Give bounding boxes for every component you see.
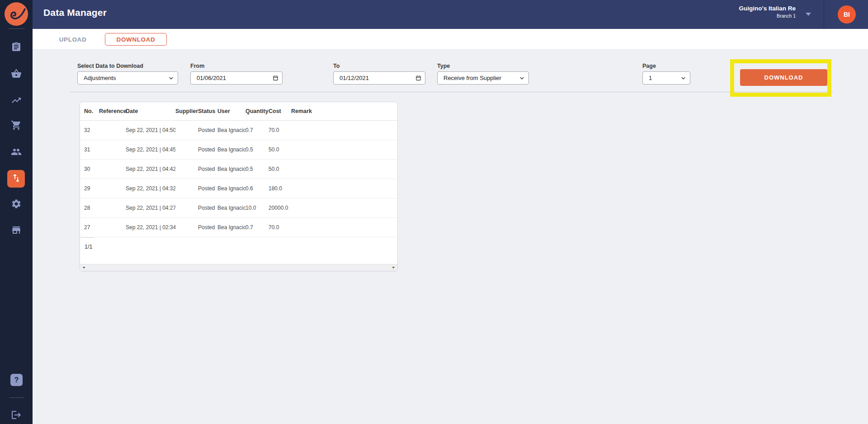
table-cell: 180.0 bbox=[269, 179, 291, 198]
table-cell: Sep 22, 2021 | 04:50 PM bbox=[126, 120, 175, 140]
table-cell bbox=[291, 198, 397, 217]
sidebar-item-logout[interactable] bbox=[11, 410, 22, 420]
table-cell bbox=[291, 159, 397, 179]
table-cell: 0.5 bbox=[245, 159, 269, 179]
sidebar-item-reports[interactable] bbox=[11, 95, 22, 106]
trending-up-icon bbox=[11, 95, 22, 106]
sidebar-item-settings[interactable] bbox=[11, 198, 22, 209]
tab-download[interactable]: DOWNLOAD bbox=[105, 33, 167, 46]
divider bbox=[824, 0, 824, 29]
column-header: Supplier bbox=[175, 102, 198, 120]
table-cell: 70.0 bbox=[269, 217, 291, 237]
top-header: Data Manager Guigino's Italian Re Branch… bbox=[33, 0, 868, 29]
table-row: 31Sep 22, 2021 | 04:45 PMPostedBea Ignac… bbox=[80, 140, 397, 159]
to-label: To bbox=[333, 63, 425, 69]
divider bbox=[9, 397, 24, 398]
store-icon bbox=[11, 225, 22, 236]
from-label: From bbox=[190, 63, 283, 69]
table-cell: 10.0 bbox=[245, 198, 269, 217]
data-type-label: Select Data to Download bbox=[77, 63, 178, 69]
page-title: Data Manager bbox=[43, 7, 107, 18]
column-header: Quantity bbox=[245, 102, 269, 120]
table-cell bbox=[99, 120, 126, 140]
table-cell bbox=[99, 198, 126, 217]
table-cell: 0.7 bbox=[245, 120, 269, 140]
sidebar-item-purchases[interactable] bbox=[11, 120, 22, 131]
data-type-select[interactable]: Adjustments bbox=[77, 71, 178, 85]
tab-bar: UPLOAD DOWNLOAD bbox=[33, 29, 868, 50]
table-cell: 30 bbox=[80, 159, 99, 179]
sidebar: ? bbox=[0, 0, 33, 424]
sidebar-item-store[interactable] bbox=[11, 225, 22, 236]
table-cell: Posted bbox=[198, 198, 217, 217]
horizontal-scrollbar[interactable]: ◄ ► bbox=[80, 264, 397, 271]
table-cell: Sep 22, 2021 | 02:34 PM bbox=[126, 217, 175, 237]
sidebar-item-help[interactable]: ? bbox=[10, 374, 23, 386]
table-cell: 29 bbox=[80, 179, 99, 198]
table-cell: Sep 22, 2021 | 04:32 PM bbox=[126, 179, 175, 198]
table-row: 29Sep 22, 2021 | 04:32 PMPostedBea Ignac… bbox=[80, 179, 397, 198]
table-cell: 50.0 bbox=[269, 159, 291, 179]
scroll-left-icon[interactable]: ◄ bbox=[82, 266, 85, 269]
settings-icon bbox=[11, 198, 22, 209]
logout-icon bbox=[11, 410, 22, 420]
table-cell: Posted bbox=[198, 120, 217, 140]
table-cell bbox=[291, 120, 397, 140]
table-cell: Bea Ignacio bbox=[217, 179, 245, 198]
basket-icon bbox=[11, 68, 22, 79]
company-selector[interactable]: Guigino's Italian Re Branch 1 bbox=[723, 5, 796, 19]
table-row: 30Sep 22, 2021 | 04:42 PMPostedBea Ignac… bbox=[80, 159, 397, 179]
cart-icon bbox=[11, 120, 22, 131]
table-cell: 50.0 bbox=[269, 140, 291, 159]
table-cell bbox=[175, 198, 198, 217]
avatar[interactable]: BI bbox=[838, 5, 856, 24]
filter-group-page: Page 1 bbox=[642, 63, 690, 85]
results-table: No. Reference Date Supplier Status User … bbox=[80, 102, 397, 237]
sidebar-item-basket[interactable] bbox=[11, 68, 22, 79]
table-cell: 31 bbox=[80, 140, 99, 159]
table-cell bbox=[175, 120, 198, 140]
table-cell: 20000.0 bbox=[269, 198, 291, 217]
table-row: 28Sep 22, 2021 | 04:27 PMPostedBea Ignac… bbox=[80, 198, 397, 217]
sidebar-item-clipboard[interactable] bbox=[11, 42, 22, 52]
from-date-input[interactable] bbox=[190, 71, 283, 85]
column-header: Date bbox=[126, 102, 175, 120]
table-cell bbox=[99, 140, 126, 159]
download-button[interactable]: DOWNLOAD bbox=[740, 69, 827, 86]
page-select[interactable]: 1 bbox=[642, 71, 690, 85]
sidebar-item-data-manager[interactable] bbox=[7, 170, 25, 188]
table-cell bbox=[99, 179, 126, 198]
table-row: 32Sep 22, 2021 | 04:50 PMPostedBea Ignac… bbox=[80, 120, 397, 140]
table-cell: Sep 22, 2021 | 04:27 PM bbox=[126, 198, 175, 217]
clipboard-icon bbox=[11, 42, 22, 52]
table-cell: Bea Ignacio bbox=[217, 140, 245, 159]
table-cell bbox=[99, 159, 126, 179]
page-label: Page bbox=[642, 63, 690, 69]
results-table-card: No. Reference Date Supplier Status User … bbox=[80, 102, 398, 271]
table-cell: 0.7 bbox=[245, 217, 269, 237]
table-cell bbox=[175, 217, 198, 237]
divider bbox=[8, 28, 25, 29]
table-cell: Posted bbox=[198, 217, 217, 237]
table-cell: Sep 22, 2021 | 04:42 PM bbox=[126, 159, 175, 179]
column-header: Remark bbox=[291, 102, 397, 120]
table-cell: Bea Ignacio bbox=[217, 217, 245, 237]
filter-group-type: Type Receive from Supplier bbox=[437, 63, 529, 85]
to-date-input[interactable] bbox=[333, 71, 425, 85]
scroll-right-icon[interactable]: ► bbox=[392, 266, 396, 269]
table-cell bbox=[291, 140, 397, 159]
table-cell: 70.0 bbox=[269, 120, 291, 140]
table-cell: Bea Ignacio bbox=[217, 198, 245, 217]
tab-upload[interactable]: UPLOAD bbox=[48, 29, 98, 50]
sidebar-item-users[interactable] bbox=[11, 146, 22, 157]
table-cell: 32 bbox=[80, 120, 99, 140]
column-header: Status bbox=[198, 102, 217, 120]
divider bbox=[70, 92, 833, 92]
type-label: Type bbox=[437, 63, 529, 69]
table-cell: Posted bbox=[198, 159, 217, 179]
data-manager-icon bbox=[11, 173, 22, 185]
chevron-down-icon[interactable] bbox=[806, 13, 811, 16]
table-row: 27Sep 22, 2021 | 02:34 PMPostedBea Ignac… bbox=[80, 217, 397, 237]
filter-group-to: To bbox=[333, 63, 425, 85]
type-select[interactable]: Receive from Supplier bbox=[437, 71, 529, 85]
